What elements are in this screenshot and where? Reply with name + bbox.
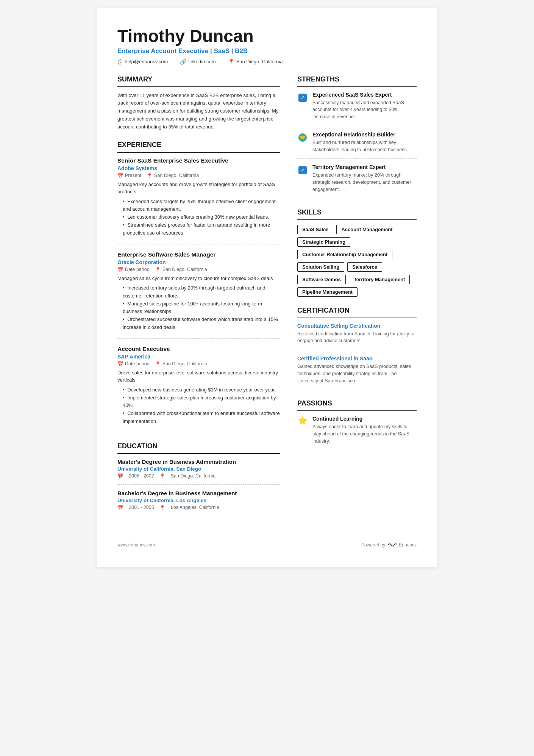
- strengths-divider: [297, 86, 417, 87]
- certification-divider: [297, 318, 417, 318]
- education-section: EDUCATION Master's Degree in Business Ad…: [117, 442, 280, 516]
- experience-item-1: Senior SaaS Enterprise Sales Executive A…: [117, 157, 280, 244]
- passions-title: PASSIONS: [297, 399, 417, 407]
- exp-meta-3: 📅 Date period 📍 San Diego, California: [117, 361, 280, 367]
- edu-date-2: 2001 - 2005: [129, 505, 154, 510]
- bullet-item: Exceeded sales targets by 25% through ef…: [123, 198, 280, 214]
- contact-row: @ help@enhancv.com 🔗 linkedin.com 📍 San …: [117, 59, 417, 65]
- bullet-item: Orchestrated successful software demos w…: [123, 316, 280, 332]
- candidate-subtitle: Enterprise Account Executive | SaaS | B2…: [117, 47, 417, 55]
- bullet-item: Increased territory sales by 20% through…: [123, 284, 280, 300]
- location-contact: 📍 San Diego, California: [228, 59, 283, 65]
- checkmark-blue-icon: ✓: [298, 94, 307, 102]
- cert-desc-2: Gained advanced knowledge on SaaS produc…: [297, 363, 417, 384]
- strength-content-2: Exceptional Relationship Builder Built a…: [312, 131, 417, 153]
- passion-desc-1: Always eager to learn and update my skil…: [312, 423, 417, 445]
- summary-section: SUMMARY With over 11 years of experience…: [117, 75, 280, 131]
- footer-brand: Powered by Enhancv: [361, 542, 417, 548]
- brand-name: Enhancv: [399, 542, 417, 548]
- passions-divider: [297, 410, 417, 411]
- exp-meta-2: 📅 Date period 📍 San Diego, California: [117, 267, 280, 272]
- certification-section: CERTIFICATION Consultative Selling Certi…: [297, 307, 417, 390]
- calendar-icon-1: 📅: [117, 173, 123, 178]
- summary-text: With over 11 years of experience in SaaS…: [117, 92, 280, 131]
- skill-tag-5: Solution Selling: [297, 262, 344, 272]
- cert-item-2: Certified Professional in SaaS Gained ad…: [297, 355, 417, 390]
- location-icon: 📍: [228, 59, 234, 65]
- edu-degree-2: Bachelor's Degree in Business Management: [117, 490, 280, 496]
- calendar-icon-3: 📅: [117, 361, 123, 367]
- bullet-item: Developed new business generating $1M in…: [123, 386, 280, 394]
- strength-desc-1: Successfully managed and expanded SaaS a…: [312, 99, 417, 121]
- cert-title-1: Consultative Selling Certification: [297, 323, 417, 329]
- experience-title: EXPERIENCE: [117, 141, 280, 149]
- enhancv-logo-icon: [387, 542, 397, 548]
- bullet-item: Led customer discovery efforts creating …: [123, 213, 280, 221]
- summary-title: SUMMARY: [117, 75, 280, 83]
- relationship-icon: 🤝: [298, 133, 307, 142]
- education-item-1: Master's Degree in Business Administrati…: [117, 459, 280, 485]
- linkedin-contact: 🔗 linkedin.com: [180, 59, 215, 65]
- skills-title: SKILLS: [297, 208, 417, 216]
- exp-job-title-3: Account Executive: [117, 346, 280, 352]
- experience-item-3: Account Executive SAP America 📅 Date per…: [117, 346, 280, 432]
- bullet-item: Implemented strategic sales plan increas…: [123, 394, 280, 410]
- strength-icon-1: ✓: [297, 92, 308, 103]
- right-column: STRENGTHS ✓ Experienced SaaS Sales Exper…: [297, 75, 417, 526]
- star-icon: ⭐: [297, 416, 308, 426]
- experience-divider: [117, 152, 280, 153]
- strength-icon-2: 🤝: [297, 132, 308, 143]
- strength-content-3: Territory Management Expert Expanded ter…: [312, 164, 417, 193]
- skill-tag-6: Salesforce: [347, 262, 382, 272]
- footer-url: www.enhancv.com: [117, 542, 155, 548]
- passion-content-1: Continued Learning Always eager to learn…: [312, 416, 417, 445]
- exp-date-1: 📅 Present: [117, 173, 141, 178]
- exp-bullets-2: Increased territory sales by 20% through…: [117, 284, 280, 332]
- email-value: help@enhancv.com: [125, 59, 168, 64]
- cert-title-2: Certified Professional in SaaS: [297, 355, 417, 362]
- edu-date-1: 2005 - 2007: [129, 473, 154, 479]
- exp-desc-3: Drove sales for enterprise-level softwar…: [117, 369, 280, 384]
- linkedin-value: linkedin.com: [188, 59, 215, 64]
- exp-bullets-1: Exceeded sales targets by 25% through ef…: [117, 198, 280, 237]
- experience-item-2: Enterprise Software Sales Manager Oracle…: [117, 251, 280, 339]
- edu-meta-1: 📅 2005 - 2007 📍 San Diego, California: [117, 473, 280, 479]
- email-icon: @: [117, 59, 123, 65]
- strength-item-3: ✓ Territory Management Expert Expanded t…: [297, 164, 417, 198]
- skills-divider: [297, 219, 417, 220]
- skills-section: SKILLS SaaS Sales Account Management Str…: [297, 208, 417, 297]
- exp-location-3: 📍 San Diego, California: [155, 361, 207, 367]
- passion-item-1: ⭐ Continued Learning Always eager to lea…: [297, 416, 417, 445]
- candidate-name: Timothy Duncan: [117, 27, 417, 46]
- strengths-title: STRENGTHS: [297, 75, 417, 83]
- exp-desc-2: Managed sales cycle from discovery to cl…: [117, 275, 280, 282]
- bullet-item: Streamlined sales process for faster tur…: [123, 221, 280, 237]
- location-icon-3: 📍: [155, 361, 161, 367]
- edu-location-1: San Diego, California: [171, 473, 215, 479]
- header-section: Timothy Duncan Enterprise Account Execut…: [117, 27, 417, 65]
- left-column: SUMMARY With over 11 years of experience…: [117, 75, 280, 526]
- exp-bullets-3: Developed new business generating $1M in…: [117, 386, 280, 426]
- location-icon-1: 📍: [147, 173, 153, 178]
- edu-school-2: University of California, Los Angeles: [117, 498, 280, 503]
- bullet-item: Managed sales pipeline for 100+ accounts…: [123, 300, 280, 316]
- edu-meta-2: 📅 2001 - 2005 📍 Los Angeles, California: [117, 505, 280, 510]
- strength-item-1: ✓ Experienced SaaS Sales Expert Successf…: [297, 92, 417, 126]
- skill-tag-8: Territory Management: [349, 275, 410, 284]
- exp-meta-1: 📅 Present 📍 San Diego, California: [117, 173, 280, 178]
- strength-content-1: Experienced SaaS Sales Expert Successful…: [312, 92, 417, 121]
- email-contact: @ help@enhancv.com: [117, 59, 168, 65]
- exp-date-3: 📅 Date period: [117, 361, 150, 367]
- exp-company-1: Adobe Systems: [117, 165, 280, 171]
- exp-desc-1: Managed key accounts and drove growth st…: [117, 181, 280, 196]
- skills-grid: SaaS Sales Account Management Strategic …: [297, 225, 417, 297]
- bullet-item: Collaborated with cross-functional team …: [123, 410, 280, 426]
- checkmark-blue-icon-2: ✓: [298, 166, 307, 174]
- calendar-icon-2: 📅: [117, 267, 123, 272]
- education-title: EDUCATION: [117, 442, 280, 450]
- exp-date-2: 📅 Date period: [117, 267, 150, 272]
- edu-date-icon-1: 📅: [117, 473, 123, 479]
- strength-item-2: 🤝 Exceptional Relationship Builder Built…: [297, 131, 417, 159]
- experience-section: EXPERIENCE Senior SaaS Enterprise Sales …: [117, 141, 280, 432]
- location-value: San Diego, California: [236, 59, 283, 64]
